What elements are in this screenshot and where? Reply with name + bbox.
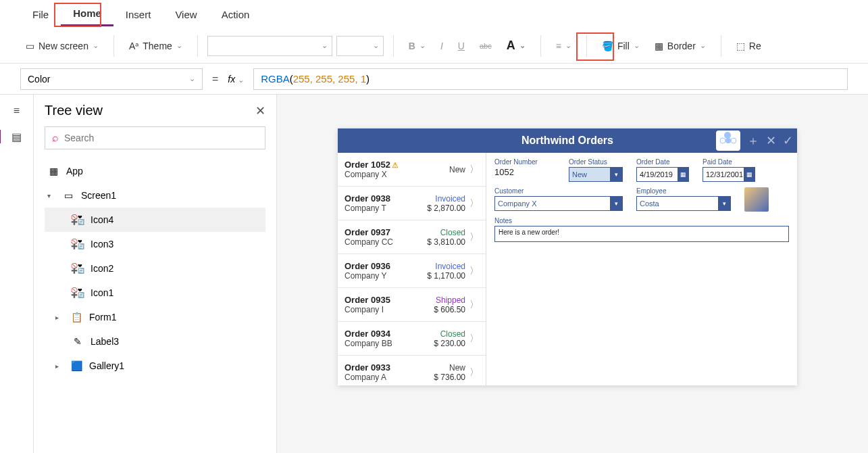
formula-args: 255, 255, 255, 1 (293, 73, 366, 85)
left-rail: ≡ ▤ (0, 95, 34, 453)
ribbon: ▭ New screen ⌄ Aᵃ Theme ⌄ ⌄ ⌄ B⌄ I U abc… (0, 28, 868, 64)
menu-insert[interactable]: Insert (113, 3, 163, 26)
svg-point-3 (726, 134, 730, 138)
tree-icon2[interactable]: 🚫❤➕🔄Icon2 (45, 256, 265, 281)
tree-form1[interactable]: ▸📋Form1 (45, 305, 265, 329)
tree-label: Icon1 (91, 287, 113, 298)
chevron-right-icon: 〉 (469, 333, 479, 345)
chevron-right-icon: 〉 (469, 197, 479, 210)
tree-icon1[interactable]: 🚫❤➕🔄Icon1 (45, 281, 265, 305)
order-date-input[interactable]: 4/19/2019▦ (636, 167, 689, 182)
fill-icon: 🪣 (602, 41, 613, 51)
svg-point-1 (720, 138, 725, 143)
theme-label: Theme (143, 41, 172, 51)
notes-label: Notes (494, 217, 789, 224)
order-item[interactable]: Order 0933Company ANew$ 736.00〉 (338, 356, 486, 385)
property-select[interactable]: Color ⌄ (20, 68, 203, 90)
order-status: New (449, 165, 465, 174)
italic-button[interactable]: I (435, 38, 449, 54)
order-item[interactable]: Order 1052⚠Company XNew〉 (338, 153, 486, 187)
order-price: $ 606.50 (434, 305, 465, 314)
reorder-button[interactable]: ⬚Re (731, 38, 767, 54)
font-color-button[interactable]: A⌄ (501, 36, 531, 55)
menu-home[interactable]: Home (61, 2, 113, 26)
warning-icon: ⚠ (392, 161, 399, 169)
order-number-value: 1052 (494, 167, 555, 177)
chevron-down-icon: ▾ (47, 192, 55, 199)
fill-button[interactable]: 🪣Fill⌄ (596, 38, 645, 54)
tree-label: Gallery1 (89, 360, 124, 371)
selected-icon4[interactable] (716, 130, 740, 151)
tree-label3[interactable]: ✎Label3 (45, 329, 265, 354)
employee-value: Costa (640, 199, 659, 208)
border-icon: ▦ (655, 41, 663, 51)
chevron-down-icon: ⌄ (634, 41, 640, 50)
employee-select[interactable]: Costa▾ (636, 196, 731, 211)
strike-button[interactable]: abc (474, 39, 497, 53)
order-price: $ 736.00 (434, 373, 465, 382)
cancel-icon[interactable]: ✕ (766, 135, 776, 147)
order-status: Closed (427, 228, 465, 237)
order-item[interactable]: Order 0936Company YInvoiced$ 1,170.00〉 (338, 254, 486, 288)
chevron-right-icon: 〉 (469, 164, 479, 176)
fx-button[interactable]: fx ⌄ (228, 74, 244, 85)
order-company: Company X (344, 170, 449, 179)
hamburger-icon[interactable]: ≡ (10, 104, 24, 118)
menu-file[interactable]: File (20, 3, 61, 26)
order-item[interactable]: Order 0937Company CCClosed$ 3,810.00〉 (338, 220, 486, 254)
theme-button[interactable]: Aᵃ Theme ⌄ (124, 38, 188, 54)
font-family-select[interactable]: ⌄ (207, 36, 332, 56)
chevron-right-icon: ▸ (55, 362, 63, 370)
chevron-down-icon: ⌄ (700, 41, 706, 50)
new-screen-button[interactable]: ▭ New screen ⌄ (20, 38, 104, 54)
tree-app[interactable]: ▦App (45, 159, 265, 183)
order-item[interactable]: Order 0934Company BBClosed$ 230.00〉 (338, 322, 486, 356)
order-status: Closed (434, 329, 465, 339)
formula-paren: ) (366, 73, 369, 85)
search-input[interactable] (64, 133, 258, 143)
chevron-down-icon: ⌄ (189, 74, 195, 83)
tree-icon4[interactable]: 🚫❤➕🔄Icon4 (45, 208, 265, 232)
tree-icon3[interactable]: 🚫❤➕🔄Icon3 (45, 232, 265, 256)
chevron-right-icon: 〉 (469, 299, 479, 311)
layers-icon[interactable]: ▤ (0, 130, 32, 143)
order-company: Company BB (344, 339, 434, 348)
ribbon-separator (113, 35, 114, 57)
check-icon[interactable]: ✓ (783, 135, 793, 147)
tree-search[interactable]: ⌕ (45, 126, 265, 149)
underline-button[interactable]: U (453, 38, 470, 54)
search-icon: ⌕ (52, 132, 59, 144)
border-button[interactable]: ▦Border⌄ (649, 38, 711, 54)
app-icon: ▦ (47, 165, 59, 177)
order-date-label: Order Date (636, 158, 689, 166)
paid-date-input[interactable]: 12/31/2001▦ (703, 167, 755, 182)
notes-input[interactable]: Here is a new order! (494, 226, 789, 242)
chevron-right-icon: 〉 (469, 366, 479, 379)
tree-gallery1[interactable]: ▸🟦Gallery1 (45, 354, 265, 378)
order-number: Order 0937 (344, 227, 427, 237)
chevron-down-icon: ⌄ (565, 41, 571, 50)
fill-label: Fill (617, 41, 630, 51)
chevron-down-icon: ⌄ (419, 41, 426, 50)
font-size-select[interactable]: ⌄ (336, 36, 384, 56)
order-detail: Order Number1052 Order StatusNew▾ Order … (486, 153, 797, 385)
tree-screen1[interactable]: ▾▭Screen1 (45, 183, 265, 208)
plus-icon[interactable]: ＋ (747, 135, 759, 147)
close-icon[interactable]: ✕ (255, 103, 265, 118)
bold-button[interactable]: B⌄ (403, 38, 431, 54)
formula-input[interactable]: RGBA(255, 255, 255, 1) (253, 68, 848, 90)
tree-label: Label3 (91, 336, 119, 347)
chevron-right-icon: 〉 (469, 265, 479, 277)
menu-view[interactable]: View (163, 3, 209, 26)
chevron-down-icon: ⌄ (322, 41, 328, 50)
theme-icon: Aᵃ (129, 41, 138, 51)
order-item[interactable]: Order 0935Company IShipped$ 606.50〉 (338, 288, 486, 322)
order-company: Company Y (344, 271, 427, 281)
order-status-select[interactable]: New▾ (569, 167, 623, 182)
order-item[interactable]: Order 0938Company TInvoiced$ 2,870.00〉 (338, 187, 486, 220)
align-button[interactable]: ≡⌄ (551, 38, 577, 54)
ribbon-separator (393, 35, 394, 57)
customer-select[interactable]: Company X▾ (494, 196, 623, 211)
underline-icon: U (458, 41, 465, 51)
menu-action[interactable]: Action (209, 3, 262, 26)
